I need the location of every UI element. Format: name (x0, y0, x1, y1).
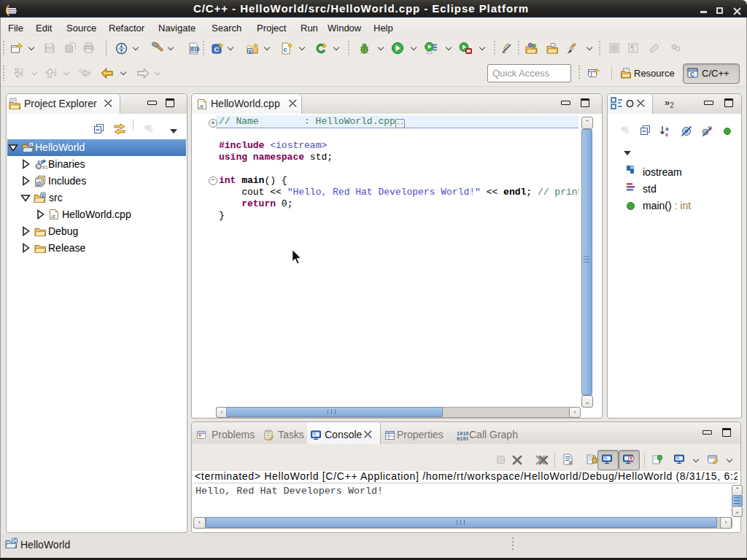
svg-text:C: C (42, 192, 45, 198)
svg-text:01: 01 (42, 166, 47, 171)
svg-text:C: C (214, 45, 220, 53)
svg-text:010: 010 (191, 47, 200, 52)
svg-text:c: c (249, 49, 252, 54)
svg-text:.c: .c (198, 103, 204, 109)
svg-text:C: C (13, 538, 17, 543)
svg-text:0101: 0101 (457, 436, 468, 442)
svg-text:C: C (31, 143, 34, 147)
svg-text:c: c (284, 46, 287, 53)
svg-text:h: h (37, 181, 40, 186)
svg-text:.c: .c (50, 213, 55, 219)
svg-text:z: z (665, 131, 668, 137)
svg-text:¶: ¶ (631, 44, 635, 52)
svg-text:C: C (690, 71, 694, 78)
